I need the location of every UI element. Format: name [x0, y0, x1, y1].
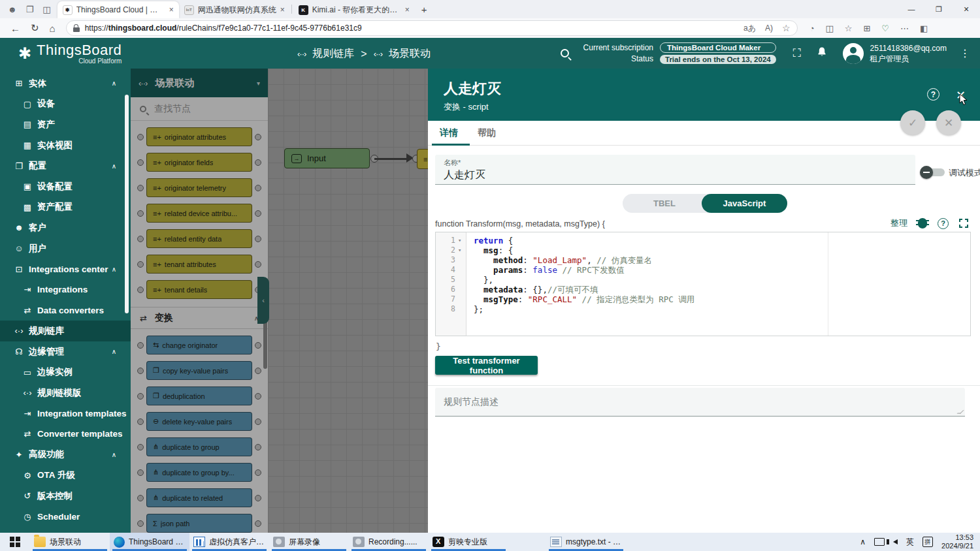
url-input[interactable]: https://thingsboard.cloud/ruleChains/f7e… — [66, 20, 798, 36]
code-line[interactable]: 2▾ msg: { — [436, 245, 970, 255]
code-editor[interactable]: 1▾return {2▾ msg: {3 method: "Load_Lamp"… — [435, 232, 971, 336]
chevron-up-icon[interactable]: ∧ — [112, 266, 116, 273]
user-avatar[interactable] — [843, 43, 864, 64]
resize-handle[interactable] — [956, 410, 964, 414]
chevron-up-icon[interactable]: ∧ — [112, 348, 116, 355]
sidebar-item-assets[interactable]: ▤资产 — [0, 114, 131, 135]
sidebar-item-rule-chain-templates[interactable]: ‹·›规则链模版 — [0, 383, 131, 403]
favorite-star-icon[interactable]: ☆ — [782, 23, 791, 33]
sidebar-item-devices[interactable]: ▢设备 — [0, 94, 131, 115]
back-icon[interactable]: ← — [10, 23, 20, 34]
tab-close-icon[interactable]: × — [169, 5, 174, 14]
sidebar-item-scheduler[interactable]: ◷Scheduler — [0, 506, 131, 527]
taskbar-item[interactable]: 屏幕录像 — [269, 533, 349, 551]
sidebar-item-advanced[interactable]: ✦高级功能∧ — [0, 445, 131, 465]
read-aloud-icon[interactable]: A) — [765, 24, 773, 33]
refresh-icon[interactable]: ↻ — [31, 22, 39, 34]
vertical-tabs-icon[interactable]: ◫ — [42, 5, 50, 14]
sidebar-item-users[interactable]: ☺用户 — [0, 238, 131, 259]
code-line[interactable]: 8}; — [436, 304, 970, 314]
split-screen-icon[interactable]: ◫ — [826, 24, 834, 33]
taskbar-item[interactable]: ThingsBoard Clo... — [110, 533, 189, 551]
sidebar-item-edge-instances[interactable]: ▭边缘实例 — [0, 362, 131, 383]
subscription-badge[interactable]: ThingsBoard Cloud Maker — [660, 42, 776, 53]
code-line[interactable]: 7 msgType: "RPC_CALL" // 指定消息类型为 RPC 调用 — [436, 294, 970, 304]
tbel-option[interactable]: TBEL — [623, 194, 706, 213]
chevron-up-icon[interactable]: ∧ — [112, 80, 116, 87]
fold-caret-icon[interactable]: ▾ — [458, 236, 461, 245]
toggle-thumb[interactable] — [920, 166, 933, 179]
search-icon[interactable] — [561, 49, 569, 57]
breadcrumb-root[interactable]: 规则链库 — [312, 47, 354, 61]
code-line[interactable]: 3 method: "Load_Lamp", // 仿真变量名 — [436, 255, 970, 265]
workspaces-icon[interactable]: ❐ — [26, 5, 34, 14]
sidebar-item-entity-views[interactable]: ▦实体视图 — [0, 135, 131, 156]
sidebar-item-customers[interactable]: ☻客户 — [0, 217, 131, 238]
volume-icon[interactable] — [893, 539, 898, 544]
fullscreen-icon[interactable]: ⛶ — [793, 47, 800, 60]
tab-close-icon[interactable]: × — [405, 5, 410, 14]
browser-more-icon[interactable]: ⋯ — [900, 24, 909, 33]
copilot-icon[interactable]: ◔ — [809, 24, 815, 33]
home-icon[interactable]: ⌂ — [50, 23, 56, 34]
sidebar-item-profiles[interactable]: ❐配置∧ — [0, 155, 131, 176]
apply-button[interactable]: ✓ — [900, 110, 925, 135]
sidebar-item-data-converters[interactable]: ⇄Data converters — [0, 300, 131, 321]
app-logo[interactable]: ✱ ThingsBoard Cloud Platform — [18, 42, 122, 65]
sidebar-panel-icon[interactable]: ◧ — [920, 24, 928, 33]
code-line[interactable]: 4 params: false // RPC下发数值 — [436, 265, 970, 275]
browser-tab[interactable]: KKimi.ai - 帮你看更大的世界× — [293, 1, 415, 18]
chevron-up-icon[interactable]: ∧ — [112, 451, 116, 458]
cancel-button[interactable]: ✕ — [936, 110, 961, 135]
account-info[interactable]: 2511418386@qq.com 租户管理员 — [870, 43, 947, 64]
chevron-up-icon[interactable]: ∧ — [112, 163, 116, 170]
sidebar-item-asset-profiles[interactable]: ▩资产配置 — [0, 197, 131, 218]
start-button[interactable] — [0, 533, 30, 551]
browser-profile-icon[interactable]: ☻ — [8, 5, 17, 14]
notifications-bell-icon[interactable] — [817, 46, 827, 61]
favorites-icon[interactable]: ☆ — [845, 24, 853, 33]
tray-chevron-icon[interactable]: ∧ — [860, 537, 866, 546]
network-icon[interactable] — [874, 538, 885, 546]
code-line[interactable]: 5 }, — [436, 275, 970, 285]
code-line[interactable]: 6 metadata: {},//可填可不填 — [436, 285, 970, 294]
test-transformer-button[interactable]: Test transformer function — [435, 356, 538, 375]
javascript-option[interactable]: JavaScript — [702, 194, 787, 213]
sidebar-item-converter-templates[interactable]: ⇄Converter templates — [0, 424, 131, 445]
browser-tab[interactable]: IoT网迅通物联网仿真系统× — [179, 1, 290, 18]
clock[interactable]: 13:53 2024/9/21 — [941, 533, 973, 550]
editor-fullscreen-icon[interactable] — [959, 219, 968, 228]
description-textarea[interactable]: 规则节点描述 — [435, 388, 965, 417]
fold-caret-icon[interactable]: ▾ — [458, 245, 461, 255]
sidebar-item-version-control[interactable]: ↺版本控制 — [0, 486, 131, 507]
browser-tab[interactable]: ✱ThingsBoard Cloud | 规则链× — [57, 1, 179, 18]
taskbar-item[interactable]: 虚拟仿真客户端（... — [189, 533, 269, 551]
tab-details[interactable]: 详情 — [440, 121, 458, 146]
translate-icon[interactable]: aあ — [743, 23, 756, 34]
sidebar-item-device-profiles[interactable]: ▣设备配置 — [0, 176, 131, 197]
sidebar-item-integrations[interactable]: ⇥Integrations — [0, 279, 131, 300]
window-minimize-button[interactable]: — — [898, 0, 925, 18]
sidebar-scrollbar[interactable] — [125, 95, 129, 313]
sidebar-item-ota[interactable]: ⚙OTA 升级 — [0, 465, 131, 486]
taskbar-item[interactable]: 剪映专业版 — [429, 533, 508, 551]
header-more-icon[interactable]: ⋮ — [960, 47, 971, 59]
new-tab-button[interactable]: + — [421, 4, 427, 15]
window-restore-button[interactable]: ❐ — [925, 0, 953, 18]
name-field[interactable]: 名称* 人走灯灭 — [435, 155, 915, 185]
sidebar-item-edge[interactable]: ☊边缘管理∧ — [0, 341, 131, 362]
taskbar-item[interactable]: Recording...... — [349, 533, 429, 551]
collections-icon[interactable]: ⊞ — [863, 24, 870, 33]
tidy-code-button[interactable]: 整理 — [890, 217, 907, 229]
debug-mode-toggle[interactable]: 调试模式 — [920, 165, 980, 180]
help-icon[interactable]: ? — [927, 88, 939, 101]
tab-help[interactable]: 帮助 — [478, 121, 496, 146]
taskbar-item[interactable]: msgtype.txt - 记... — [546, 533, 626, 551]
sidebar-item-integrations-center[interactable]: ⊡Integrations center∧ — [0, 259, 131, 279]
sidebar-item-integration-templates[interactable]: ⇥Integration templates — [0, 403, 131, 424]
sidebar-item-rule-chains[interactable]: ‹·›规则链库 — [0, 321, 131, 341]
tab-close-icon[interactable]: × — [280, 5, 285, 14]
taskbar-item[interactable]: 场景联动 — [30, 533, 110, 551]
language-indicator[interactable]: 英 — [906, 537, 914, 548]
window-close-button[interactable]: × — [953, 0, 980, 18]
